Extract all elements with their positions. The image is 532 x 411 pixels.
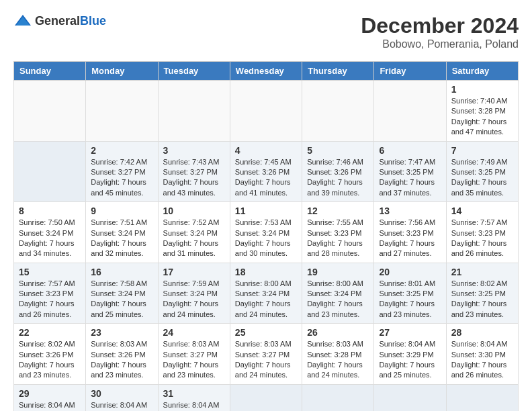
day-cell-11: 11Sunrise: 7:53 AMSunset: 3:24 PMDayligh…	[230, 202, 302, 263]
day-number: 13	[379, 205, 441, 216]
day-cell-10: 10Sunrise: 7:52 AMSunset: 3:24 PMDayligh…	[158, 202, 230, 263]
day-number: 8	[19, 205, 81, 216]
col-header-saturday: Saturday	[446, 62, 518, 81]
day-number: 12	[307, 205, 369, 216]
empty-cell	[446, 384, 518, 411]
day-number: 7	[451, 145, 513, 156]
day-number: 17	[163, 267, 225, 277]
cell-content: Sunrise: 7:57 AMSunset: 3:23 PMDaylight:…	[19, 279, 75, 318]
day-number: 1	[451, 84, 513, 95]
day-cell-19: 19Sunrise: 8:00 AMSunset: 3:24 PMDayligh…	[302, 263, 374, 324]
empty-cell	[86, 81, 158, 142]
cell-content: Sunrise: 8:03 AMSunset: 3:27 PMDaylight:…	[235, 340, 292, 379]
location: Bobowo, Pomerania, Poland	[361, 38, 519, 50]
day-cell-8: 8Sunrise: 7:50 AMSunset: 3:24 PMDaylight…	[14, 202, 86, 263]
day-cell-17: 17Sunrise: 7:59 AMSunset: 3:24 PMDayligh…	[158, 263, 230, 324]
day-number: 4	[235, 145, 297, 156]
day-cell-29: 29Sunrise: 8:04 AMSunset: 3:31 PMDayligh…	[14, 384, 86, 411]
day-number: 10	[163, 205, 225, 216]
day-cell-28: 28Sunrise: 8:04 AMSunset: 3:30 PMDayligh…	[446, 324, 518, 385]
day-number: 5	[307, 145, 369, 156]
day-cell-14: 14Sunrise: 7:57 AMSunset: 3:23 PMDayligh…	[446, 202, 518, 263]
day-number: 30	[91, 388, 152, 399]
cell-content: Sunrise: 8:04 AMSunset: 3:30 PMDaylight:…	[451, 340, 508, 379]
day-cell-12: 12Sunrise: 7:55 AMSunset: 3:23 PMDayligh…	[302, 202, 374, 263]
cell-content: Sunrise: 7:58 AMSunset: 3:24 PMDaylight:…	[91, 279, 147, 318]
logo: GeneralBlue	[13, 13, 106, 28]
week-row-1: 1Sunrise: 7:40 AMSunset: 3:28 PMDaylight…	[14, 81, 519, 142]
month-year: December 2024	[361, 13, 519, 38]
cell-content: Sunrise: 8:03 AMSunset: 3:26 PMDaylight:…	[91, 340, 147, 379]
day-cell-7: 7Sunrise: 7:49 AMSunset: 3:25 PMDaylight…	[446, 141, 518, 202]
day-number: 19	[307, 267, 369, 277]
col-header-wednesday: Wednesday	[230, 62, 302, 81]
day-number: 3	[163, 145, 225, 156]
cell-content: Sunrise: 7:47 AMSunset: 3:25 PMDaylight:…	[379, 158, 435, 197]
cell-content: Sunrise: 7:40 AMSunset: 3:28 PMDaylight:…	[451, 97, 508, 136]
day-cell-30: 30Sunrise: 8:04 AMSunset: 3:32 PMDayligh…	[86, 384, 158, 411]
day-cell-22: 22Sunrise: 8:02 AMSunset: 3:26 PMDayligh…	[14, 324, 86, 385]
cell-content: Sunrise: 7:55 AMSunset: 3:23 PMDaylight:…	[307, 218, 363, 257]
cell-content: Sunrise: 8:03 AMSunset: 3:27 PMDaylight:…	[163, 340, 220, 379]
day-cell-13: 13Sunrise: 7:56 AMSunset: 3:23 PMDayligh…	[374, 202, 446, 263]
day-cell-2: 2Sunrise: 7:42 AMSunset: 3:27 PMDaylight…	[86, 141, 158, 202]
day-cell-24: 24Sunrise: 8:03 AMSunset: 3:27 PMDayligh…	[158, 324, 230, 385]
day-cell-18: 18Sunrise: 8:00 AMSunset: 3:24 PMDayligh…	[230, 263, 302, 324]
cell-content: Sunrise: 7:49 AMSunset: 3:25 PMDaylight:…	[451, 158, 508, 197]
col-header-sunday: Sunday	[14, 62, 86, 81]
cell-content: Sunrise: 7:53 AMSunset: 3:24 PMDaylight:…	[235, 218, 292, 257]
header: GeneralBlue December 2024 Bobowo, Pomera…	[13, 13, 519, 50]
day-cell-9: 9Sunrise: 7:51 AMSunset: 3:24 PMDaylight…	[86, 202, 158, 263]
week-row-4: 15Sunrise: 7:57 AMSunset: 3:23 PMDayligh…	[14, 263, 519, 324]
col-header-thursday: Thursday	[302, 62, 374, 81]
empty-cell	[14, 141, 86, 202]
day-cell-27: 27Sunrise: 8:04 AMSunset: 3:29 PMDayligh…	[374, 324, 446, 385]
day-number: 6	[379, 145, 441, 156]
day-number: 25	[235, 327, 297, 338]
day-cell-21: 21Sunrise: 8:02 AMSunset: 3:25 PMDayligh…	[446, 263, 518, 324]
cell-content: Sunrise: 7:43 AMSunset: 3:27 PMDaylight:…	[163, 158, 220, 197]
cell-content: Sunrise: 8:02 AMSunset: 3:25 PMDaylight:…	[451, 279, 508, 318]
day-cell-4: 4Sunrise: 7:45 AMSunset: 3:26 PMDaylight…	[230, 141, 302, 202]
week-row-2: 2Sunrise: 7:42 AMSunset: 3:27 PMDaylight…	[14, 141, 519, 202]
empty-cell	[230, 384, 302, 411]
day-number: 16	[91, 267, 152, 277]
empty-cell	[302, 384, 374, 411]
day-number: 11	[235, 205, 297, 216]
week-row-3: 8Sunrise: 7:50 AMSunset: 3:24 PMDaylight…	[14, 202, 519, 263]
day-number: 22	[19, 327, 81, 338]
cell-content: Sunrise: 8:04 AMSunset: 3:31 PMDaylight:…	[19, 401, 75, 411]
day-number: 27	[379, 327, 441, 338]
day-number: 14	[451, 205, 513, 216]
day-cell-20: 20Sunrise: 8:01 AMSunset: 3:25 PMDayligh…	[374, 263, 446, 324]
day-cell-6: 6Sunrise: 7:47 AMSunset: 3:25 PMDaylight…	[374, 141, 446, 202]
logo-icon	[13, 13, 32, 28]
cell-content: Sunrise: 7:57 AMSunset: 3:23 PMDaylight:…	[451, 218, 508, 257]
header-row: SundayMondayTuesdayWednesdayThursdayFrid…	[14, 62, 519, 81]
day-number: 24	[163, 327, 225, 338]
cell-content: Sunrise: 7:42 AMSunset: 3:27 PMDaylight:…	[91, 158, 147, 197]
empty-cell	[158, 81, 230, 142]
col-header-tuesday: Tuesday	[158, 62, 230, 81]
logo-general: General	[35, 14, 80, 28]
day-number: 2	[91, 145, 152, 156]
logo-blue: Blue	[80, 14, 106, 28]
cell-content: Sunrise: 8:00 AMSunset: 3:24 PMDaylight:…	[307, 279, 363, 318]
cell-content: Sunrise: 8:02 AMSunset: 3:26 PMDaylight:…	[19, 340, 75, 379]
cell-content: Sunrise: 7:59 AMSunset: 3:24 PMDaylight:…	[163, 279, 220, 318]
cell-content: Sunrise: 7:52 AMSunset: 3:24 PMDaylight:…	[163, 218, 220, 257]
cell-content: Sunrise: 8:01 AMSunset: 3:25 PMDaylight:…	[379, 279, 435, 318]
cell-content: Sunrise: 8:04 AMSunset: 3:32 PMDaylight:…	[91, 401, 147, 411]
day-cell-1: 1Sunrise: 7:40 AMSunset: 3:28 PMDaylight…	[446, 81, 518, 142]
title-area: December 2024 Bobowo, Pomerania, Poland	[361, 13, 519, 50]
day-number: 29	[19, 388, 81, 399]
day-number: 18	[235, 267, 297, 277]
day-number: 20	[379, 267, 441, 277]
col-header-friday: Friday	[374, 62, 446, 81]
cell-content: Sunrise: 7:46 AMSunset: 3:26 PMDaylight:…	[307, 158, 363, 197]
empty-cell	[374, 384, 446, 411]
cell-content: Sunrise: 8:03 AMSunset: 3:28 PMDaylight:…	[307, 340, 363, 379]
day-cell-23: 23Sunrise: 8:03 AMSunset: 3:26 PMDayligh…	[86, 324, 158, 385]
empty-cell	[230, 81, 302, 142]
day-number: 31	[163, 388, 225, 399]
